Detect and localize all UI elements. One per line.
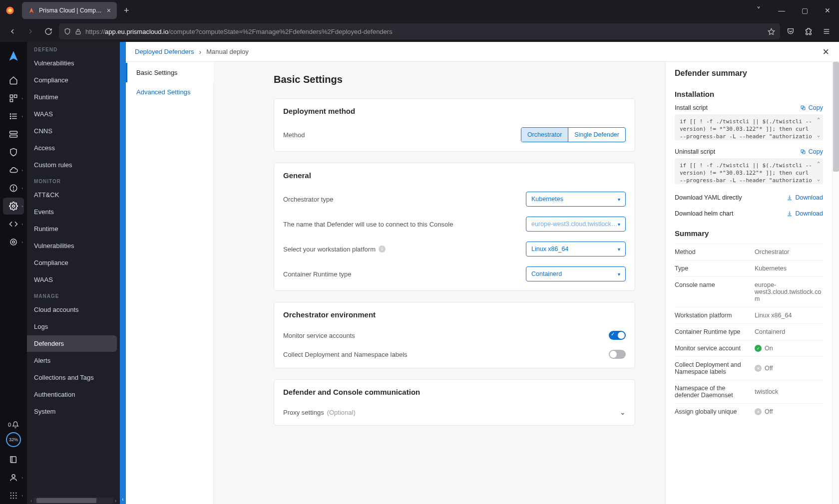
sidebar-item[interactable]: Logs xyxy=(27,318,117,335)
rail-shield-icon[interactable] xyxy=(3,144,24,161)
proxy-label: Proxy settings (Optional) xyxy=(283,409,613,416)
proxy-settings-row[interactable]: Proxy settings (Optional) ⌄ xyxy=(274,403,635,425)
minimize-button[interactable]: — xyxy=(770,0,793,21)
close-icon[interactable]: × xyxy=(107,6,111,14)
back-button[interactable] xyxy=(5,24,20,39)
rail-policy-icon[interactable]: › xyxy=(3,108,24,125)
copy-install-button[interactable]: Copy xyxy=(800,104,823,111)
method-toggle: Orchestrator Single Defender xyxy=(521,127,626,142)
svg-rect-9 xyxy=(10,95,12,97)
sidebar-item[interactable]: ATT&CK xyxy=(27,187,117,203)
svg-point-25 xyxy=(10,239,16,245)
install-script-code: if [[ ! -f ./twistcli || $(./twistcli --… xyxy=(675,114,823,140)
rail-settings-icon[interactable]: › xyxy=(3,198,24,215)
uninstall-script-label: Uninstall script xyxy=(675,148,715,155)
chevron-right-icon xyxy=(199,48,202,56)
deployment-method-card: Deployment method Method Orchestrator Si… xyxy=(274,98,635,152)
titlebar: Prisma Cloud | Compute × + ˅ — ▢ ✕ xyxy=(0,0,839,21)
sidebar-item[interactable]: Alerts xyxy=(27,352,117,369)
breadcrumb-root[interactable]: Deployed Defenders xyxy=(135,48,194,55)
usage-ring[interactable]: 32% xyxy=(6,429,21,450)
sidebar-item[interactable]: CNNS xyxy=(27,123,117,139)
sidebar-header-defend: DEFEND xyxy=(27,42,120,54)
download-yaml-button[interactable]: Download xyxy=(787,194,823,201)
method-single-defender[interactable]: Single Defender xyxy=(568,128,625,142)
address-bar[interactable]: https://app.eu.prismacloud.io/compute?co… xyxy=(59,23,780,39)
sidebar-item[interactable]: Compliance xyxy=(27,254,117,271)
rail-code-icon[interactable]: › xyxy=(3,216,24,233)
rail-profile-icon[interactable]: › xyxy=(3,469,24,486)
sidebar-item[interactable]: Vulnerabilities xyxy=(27,55,117,71)
sidebar-item[interactable]: Collections and Tags xyxy=(27,369,117,386)
ws-platform-select[interactable]: Linux x86_64▾ xyxy=(526,242,626,256)
summary-row: Console nameeurope-west3.cloud.twistlock… xyxy=(675,276,823,307)
rail-network-icon[interactable] xyxy=(3,126,24,143)
chevron-up-icon[interactable]: ⌃ xyxy=(817,116,820,123)
svg-point-17 xyxy=(10,118,11,119)
alarm-indicator[interactable]: 0 xyxy=(8,421,19,428)
summary-row: TypeKubernetes xyxy=(675,260,823,276)
svg-marker-8 xyxy=(9,51,17,61)
svg-rect-11 xyxy=(10,99,12,102)
browser-tab[interactable]: Prisma Cloud | Compute × xyxy=(22,2,117,19)
chevron-up-icon[interactable]: ⌃ xyxy=(817,160,820,167)
crt-select[interactable]: Containerd▾ xyxy=(526,266,626,281)
copy-uninstall-button[interactable]: Copy xyxy=(800,148,823,155)
extensions-icon[interactable] xyxy=(801,24,816,39)
forward-button xyxy=(23,24,38,39)
sidebar-item[interactable]: System xyxy=(27,403,117,420)
main-vscroll[interactable] xyxy=(832,62,839,504)
sidebar-item[interactable]: WAAS xyxy=(27,271,117,288)
rail-cloud-icon[interactable]: › xyxy=(3,162,24,179)
rail-home-icon[interactable] xyxy=(3,72,24,89)
save-to-pocket-icon[interactable] xyxy=(783,24,798,39)
chevron-down-icon[interactable]: ⌄ xyxy=(817,132,820,139)
sidebar-hscroll[interactable]: ‹› xyxy=(29,497,118,504)
status-off-icon: ✕ xyxy=(755,408,762,415)
reload-button[interactable] xyxy=(41,24,56,39)
close-button[interactable]: ✕ xyxy=(816,0,839,21)
svg-point-36 xyxy=(15,498,16,499)
close-icon[interactable]: × xyxy=(823,45,829,58)
sidebar-item[interactable]: Vulnerabilities xyxy=(27,238,117,254)
info-icon[interactable]: i xyxy=(379,246,386,252)
svg-point-31 xyxy=(10,495,11,496)
download-helm-button[interactable]: Download xyxy=(787,210,823,217)
prisma-logo-icon[interactable] xyxy=(7,45,20,71)
sidebar-item[interactable]: Runtime xyxy=(27,89,117,105)
rail-process-icon[interactable]: › xyxy=(3,234,24,251)
sidebar-item[interactable]: Custom rules xyxy=(27,157,117,173)
chevron-down-icon[interactable]: ⌄ xyxy=(817,176,820,183)
sidebar-item[interactable]: Access xyxy=(27,140,117,156)
shield-icon xyxy=(64,28,71,35)
method-orchestrator[interactable]: Orchestrator xyxy=(521,128,568,142)
sidebar-item[interactable]: Authentication xyxy=(27,386,117,403)
collect-labels-toggle[interactable] xyxy=(609,350,626,359)
collapse-sidebar-button[interactable]: ‹ xyxy=(120,42,126,504)
sidebar-item[interactable]: WAAS xyxy=(27,106,117,122)
rail-apps-icon[interactable]: › xyxy=(3,487,24,504)
orch-type-label: Orchestrator type xyxy=(283,196,519,203)
sidebar-item[interactable]: Compliance xyxy=(27,72,117,88)
monitor-sa-toggle[interactable] xyxy=(609,331,626,340)
sidebar-item[interactable]: Runtime xyxy=(27,221,117,237)
svg-rect-19 xyxy=(10,135,17,138)
status-on-icon: ✓ xyxy=(755,345,762,352)
rail-alert-icon[interactable]: › xyxy=(3,180,24,197)
bookmark-icon[interactable] xyxy=(768,28,775,35)
sidebar-item[interactable]: Cloud accounts xyxy=(27,301,117,318)
maximize-button[interactable]: ▢ xyxy=(793,0,816,21)
new-tab-button[interactable]: + xyxy=(117,5,136,16)
uninstall-script-code: if [[ ! -f ./twistcli || $(./twistcli --… xyxy=(675,158,823,184)
orch-type-select[interactable]: Kubernetes▾ xyxy=(526,192,626,207)
tabs-dropdown-icon[interactable]: ˅ xyxy=(747,0,770,21)
sidebar-item[interactable]: Events xyxy=(27,204,117,220)
app-menu-icon[interactable] xyxy=(819,24,834,39)
download-helm-label: Download helm chart xyxy=(675,210,733,217)
svg-point-24 xyxy=(12,241,15,244)
sidebar-item[interactable]: Defenders xyxy=(27,335,117,352)
rail-dashboard-icon[interactable]: › xyxy=(3,90,24,107)
console-name-select[interactable]: europe-west3.cloud.twistlock.c...▾ xyxy=(526,217,626,232)
card-title: Orchestrator environment xyxy=(274,302,635,326)
rail-book-icon[interactable] xyxy=(3,451,24,468)
